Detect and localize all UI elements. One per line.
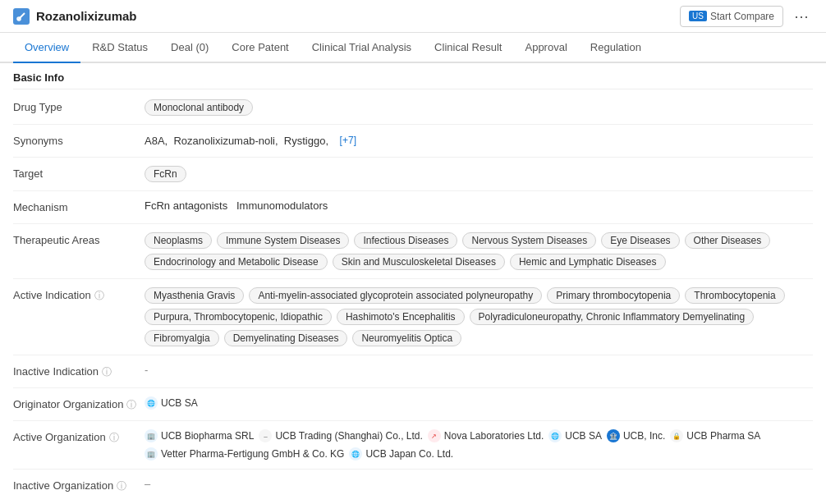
org-nova-labs[interactable]: ↗ Nova Laboratories Ltd. [428,429,544,442]
ta-hemic[interactable]: Hemic and Lymphatic Diseases [510,254,666,270]
active-indication-label: Active Indication ⓘ [13,287,145,303]
mechanism-label: Mechanism [13,199,145,213]
ind-purpura[interactable]: Purpura, Thrombocytopenic, Idiopathic [145,309,332,325]
synonyms-value: A8A, Rozanolixizumab-noli, Rystiggo, [+7… [145,133,813,148]
drug-type-tag[interactable]: Monoclonal antibody [145,99,253,116]
inactive-indication-label: Inactive Indication ⓘ [13,364,145,379]
inactive-indication-text: - [145,364,148,376]
ind-primary-thrombo[interactable]: Primary thrombocytopenia [547,287,680,304]
header-actions: US Start Compare ⋯ [680,5,813,28]
svg-line-0 [18,13,25,20]
mechanism-value: FcRn antagonists Immunomodulators [145,199,813,212]
ind-myasthenia[interactable]: Myasthenia Gravis [145,287,244,304]
tab-clinical-result[interactable]: Clinical Result [423,33,513,63]
tab-approval[interactable]: Approval [513,33,578,63]
app-header: Rozanolixizumab US Start Compare ⋯ [0,0,826,33]
org-vetter-pharma[interactable]: 🏢 Vetter Pharma-Fertigung GmbH & Co. KG [145,447,344,460]
originator-org-label: Originator Organization ⓘ [13,396,145,412]
org-ucb-inc[interactable]: 🏦 UCB, Inc. [607,429,665,442]
nova-labs-icon: ↗ [428,429,441,442]
active-indication-value: Myasthenia Gravis Anti-myelin-associated… [145,287,813,346]
ta-neoplasms[interactable]: Neoplasms [145,232,212,249]
start-compare-button[interactable]: US Start Compare [680,6,783,27]
ucb-globe-icon: 🌐 [145,396,158,410]
inactive-indication-value: - [145,364,813,376]
basic-info-header: Basic Info [13,63,813,89]
ucb-trading-icon: – [259,429,272,442]
tab-clinical-trial[interactable]: Clinical Trial Analysis [301,33,423,63]
ind-antimyelin[interactable]: Anti-myelin-associated glycoprotein asso… [249,287,542,304]
originator-org-value: 🌐 UCB SA [145,396,813,410]
synonyms-row: Synonyms A8A, Rozanolixizumab-noli, Ryst… [13,125,813,158]
more-options-button[interactable]: ⋯ [790,5,813,28]
target-label: Target [13,166,145,180]
tab-core-patent[interactable]: Core Patent [220,33,300,63]
org-ucb-trading[interactable]: – UCB Trading (Shanghai) Co., Ltd. [259,429,422,442]
compare-us-badge: US [689,11,707,21]
synonyms-more[interactable]: [+7] [337,133,360,148]
active-org-help-icon[interactable]: ⓘ [109,431,119,445]
ind-hashimoto[interactable]: Hashimoto's Encephalitis [337,309,465,325]
drug-type-value: Monoclonal antibody [145,99,813,116]
tab-overview[interactable]: Overview [13,33,80,63]
inactive-org-label: Inactive Organization ⓘ [13,478,145,493]
target-row: Target FcRn [13,158,813,191]
ta-skin[interactable]: Skin and Musculoskeletal Diseases [333,254,505,270]
ucb-japan-icon: 🌐 [349,447,362,460]
ta-nervous[interactable]: Nervous System Diseases [462,232,596,249]
ta-infectious[interactable]: Infectious Diseases [354,232,457,249]
therapeutic-areas-label: Therapeutic Areas [13,232,145,246]
ucb-sa-icon: 🌐 [548,429,562,442]
drug-icon [13,8,30,25]
org-ucb-biopharma[interactable]: 🏢 UCB Biopharma SRL [145,429,254,442]
ind-polyradiculoneuropathy[interactable]: Polyradiculoneuropathy, Chronic Inflamma… [470,309,755,325]
ucb-biopharma-icon: 🏢 [145,429,158,442]
therapeutic-areas-row: Therapeutic Areas Neoplasms Immune Syste… [13,224,813,279]
target-tag[interactable]: FcRn [145,166,186,182]
drug-type-label: Drug Type [13,99,145,113]
therapeutic-areas-value: Neoplasms Immune System Diseases Infecti… [145,232,813,270]
ta-eye[interactable]: Eye Diseases [601,232,679,249]
ind-thrombocytopenia[interactable]: Thrombocytopenia [685,287,784,304]
mechanism-row: Mechanism FcRn antagonists Immunomodulat… [13,191,813,224]
active-indication-row: Active Indication ⓘ Myasthenia Gravis An… [13,279,813,355]
active-indication-help-icon[interactable]: ⓘ [94,289,104,303]
synonyms-label: Synonyms [13,133,145,147]
nav-tabs: Overview R&D Status Deal (0) Core Patent… [0,33,826,63]
ind-neuromyelitis[interactable]: Neuromyelitis Optica [352,330,461,346]
ind-fibromyalgia[interactable]: Fibromyalgia [145,330,219,346]
active-org-label: Active Organization ⓘ [13,429,145,445]
mechanism-text: FcRn antagonists Immunomodulators [145,199,328,212]
main-content: Basic Info Drug Type Monoclonal antibody… [0,63,826,502]
active-org-row: Active Organization ⓘ 🏢 UCB Biopharma SR… [13,421,813,470]
tab-regulation[interactable]: Regulation [579,33,653,63]
tab-deal[interactable]: Deal (0) [159,33,220,63]
drug-type-row: Drug Type Monoclonal antibody [13,91,813,125]
org-ucb-sa[interactable]: 🌐 UCB SA [548,429,602,442]
ta-immune[interactable]: Immune System Diseases [217,232,349,249]
ta-other[interactable]: Other Diseases [685,232,771,249]
org-ucb-japan[interactable]: 🌐 UCB Japan Co. Ltd. [349,447,453,460]
compare-label: Start Compare [710,11,774,22]
originator-help-icon[interactable]: ⓘ [126,398,136,412]
tab-rd-status[interactable]: R&D Status [80,33,159,63]
org-ucb-pharma-sa[interactable]: 🔒 UCB Pharma SA [670,429,760,442]
inactive-indication-help-icon[interactable]: ⓘ [102,365,112,379]
inactive-org-text: – [145,478,150,490]
inactive-org-row: Inactive Organization ⓘ – [13,470,813,502]
ta-endocrinology[interactable]: Endocrinology and Metabolic Disease [145,254,328,270]
originator-org-row: Originator Organization ⓘ 🌐 UCB SA [13,388,813,421]
inactive-indication-row: Inactive Indication ⓘ - [13,355,813,388]
synonyms-text: A8A, Rozanolixizumab-noli, Rystiggo, [145,135,332,147]
ucb-pharma-icon: 🔒 [670,429,683,442]
org-ucb-sa-originator[interactable]: 🌐 UCB SA [145,396,198,410]
ind-demyelinating[interactable]: Demyelinating Diseases [224,330,348,346]
inactive-org-value: – [145,478,813,490]
ucb-inc-icon: 🏦 [607,429,620,442]
active-org-value: 🏢 UCB Biopharma SRL – UCB Trading (Shang… [145,429,813,460]
target-value: FcRn [145,166,813,182]
drug-name: Rozanolixizumab [36,9,680,23]
vetter-icon: 🏢 [145,447,158,460]
inactive-org-help-icon[interactable]: ⓘ [117,479,126,493]
